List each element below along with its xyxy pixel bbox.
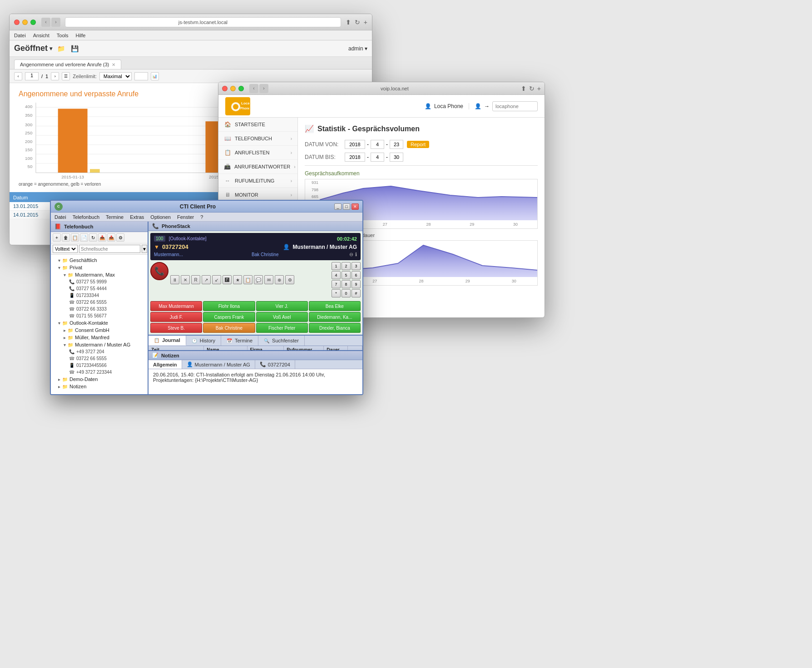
datum-bis-year[interactable] bbox=[345, 153, 365, 162]
journal-tab-suchfenster[interactable]: 🔍 Suchfenster bbox=[258, 336, 305, 346]
cti-minimize-btn[interactable]: _ bbox=[334, 203, 342, 210]
cti-menu-termine[interactable]: Termine bbox=[106, 214, 124, 220]
voip-minimize-btn[interactable] bbox=[230, 86, 236, 91]
journal-tab-journal[interactable]: 📋 Journal bbox=[149, 336, 186, 346]
journal-tab-termine[interactable]: 📅 Termine bbox=[221, 336, 258, 346]
notizen-tab-2[interactable]: 📞03727204 bbox=[255, 360, 295, 369]
cti-menu-telefonbuch[interactable]: Telefonbuch bbox=[73, 214, 99, 220]
np-2[interactable]: 2 bbox=[342, 262, 351, 270]
tree-item[interactable]: 📞03727 55 9999 bbox=[51, 278, 148, 285]
tree-item[interactable]: ☎+49 3727 223344 bbox=[51, 369, 148, 376]
np-6[interactable]: 6 bbox=[352, 271, 361, 279]
np-3[interactable]: 3 bbox=[352, 262, 361, 270]
tb-paste-btn[interactable]: 📄 bbox=[80, 233, 88, 242]
datum-von-month[interactable] bbox=[371, 140, 384, 149]
park-btn[interactable]: 🅿 bbox=[223, 275, 232, 284]
blf-btn-4[interactable]: Judi F. bbox=[150, 312, 202, 322]
cti-menu-optionen[interactable]: Optionen bbox=[150, 214, 171, 220]
blf-btn-6[interactable]: Voß Axel bbox=[256, 312, 308, 322]
search-type-select[interactable]: Volltext bbox=[53, 245, 78, 253]
voip-nav-item-1[interactable]: 📖 TELEFONBUCH › bbox=[218, 132, 297, 146]
blf-btn-7[interactable]: Diedemann, Ka... bbox=[309, 312, 361, 322]
tree-item[interactable]: 📱017233344 bbox=[51, 292, 148, 299]
cti-close-btn[interactable]: ✕ bbox=[352, 203, 359, 210]
tab-close-icon[interactable]: ✕ bbox=[112, 62, 115, 67]
voip-login-input[interactable] bbox=[492, 101, 538, 111]
close-btn[interactable] bbox=[14, 20, 20, 25]
app-title[interactable]: Geöffnet ▾ bbox=[14, 44, 52, 53]
voip-nav-item-0[interactable]: 🏠 STARTSEITE bbox=[218, 118, 297, 132]
np-4[interactable]: 4 bbox=[332, 271, 341, 279]
pag-export-btn[interactable]: 📊 bbox=[151, 72, 159, 80]
blf-btn-11[interactable]: Drexler, Bianca bbox=[309, 323, 361, 333]
np-8[interactable]: 8 bbox=[342, 280, 351, 288]
voip-url-text[interactable]: voip.loca.net bbox=[268, 86, 521, 91]
tb-refresh-btn[interactable]: ↻ bbox=[89, 233, 97, 242]
tree-item[interactable]: 📱017233445566 bbox=[51, 362, 148, 369]
minimize-btn[interactable] bbox=[22, 20, 28, 25]
journal-btn[interactable]: 📋 bbox=[243, 275, 253, 284]
call-info-btn[interactable]: ℹ bbox=[355, 252, 357, 257]
voip-back-btn[interactable]: ‹ bbox=[249, 84, 258, 93]
tree-item[interactable]: ▸ 📁Notizen bbox=[51, 383, 148, 390]
tree-item[interactable]: ☎03722 66 5555 bbox=[51, 299, 148, 306]
tree-item[interactable]: ▸ 📁Consent GmbH bbox=[51, 327, 148, 334]
voip-nav-item-2[interactable]: 📋 ANRUFLISTEN › bbox=[218, 146, 297, 160]
chat-btn[interactable]: 💬 bbox=[254, 275, 263, 284]
cti-menu-datei[interactable]: Datei bbox=[54, 214, 66, 220]
menu-hilfe[interactable]: Hilfe bbox=[75, 33, 85, 38]
pag-extra-input[interactable] bbox=[134, 72, 148, 80]
zeilenlimit-select[interactable]: Maximal bbox=[99, 72, 132, 80]
tree-item[interactable]: ▾ 📁Outlook-Kontakte bbox=[51, 319, 148, 327]
search-input[interactable] bbox=[79, 245, 140, 253]
voip-maximize-btn[interactable] bbox=[238, 86, 244, 91]
settings2-btn[interactable]: ⚙ bbox=[285, 275, 294, 284]
tree-item[interactable]: ▾ 📁Mustermann, Max bbox=[51, 271, 148, 278]
voip-forward-btn[interactable]: › bbox=[259, 84, 268, 93]
report-btn[interactable]: Report bbox=[407, 141, 429, 148]
tree-item[interactable]: ☎03722 66 5555 bbox=[51, 355, 148, 362]
tb-import-btn[interactable]: 📥 bbox=[98, 233, 106, 242]
tb-settings-btn[interactable]: ⚙ bbox=[116, 233, 124, 242]
voip-close-btn[interactable] bbox=[222, 86, 228, 91]
tree-item[interactable]: 📞+49 3727 204 bbox=[51, 348, 148, 355]
voip-nav-item-4[interactable]: ↔ RUFUMLEITUNG › bbox=[218, 174, 297, 188]
tree-item[interactable]: ▾ 📁Mustermann / Muster AG bbox=[51, 341, 148, 348]
add-tab-icon[interactable]: + bbox=[364, 19, 367, 26]
url-bar[interactable]: js-testvm.locanet.local bbox=[65, 17, 341, 27]
folder-icon[interactable]: 📁 bbox=[56, 44, 66, 54]
np-5[interactable]: 5 bbox=[342, 271, 351, 279]
tree-item[interactable]: ☎03722 66 3333 bbox=[51, 306, 148, 312]
cti-menu-fenster[interactable]: Fenster bbox=[177, 214, 194, 220]
call-minus-btn[interactable]: ⊖ bbox=[349, 252, 353, 257]
hangup-btn[interactable]: ✕ bbox=[181, 275, 190, 284]
np-9[interactable]: 9 bbox=[352, 280, 361, 288]
blf-btn-10[interactable]: Fischer Peter bbox=[256, 323, 308, 333]
email-btn[interactable]: ✉ bbox=[264, 275, 273, 284]
datum-bis-day[interactable] bbox=[390, 153, 403, 162]
journal-tab-history[interactable]: 🕐 History bbox=[186, 336, 221, 346]
tree-item[interactable]: ▸ 📁Demo-Daten bbox=[51, 376, 148, 383]
cti-restore-btn[interactable]: □ bbox=[343, 203, 350, 210]
notizen-tab-1[interactable]: 👤Mustermann / Muster AG bbox=[182, 360, 255, 369]
forward-btn[interactable]: › bbox=[51, 18, 60, 27]
blf-btn-3[interactable]: Bea Elke bbox=[309, 301, 361, 311]
transfer-btn[interactable]: ↗ bbox=[202, 275, 211, 284]
pag-current-input[interactable]: 1 bbox=[25, 72, 39, 80]
misc-btn[interactable]: ⊕ bbox=[275, 275, 284, 284]
tree-item[interactable]: ▾ 📁Privat bbox=[51, 264, 148, 271]
back-btn[interactable]: ‹ bbox=[41, 18, 50, 27]
tree-item[interactable]: ☎0171 55 56677 bbox=[51, 312, 148, 319]
hold-btn[interactable]: ⏸ bbox=[170, 275, 179, 284]
menu-ansicht[interactable]: Ansicht bbox=[33, 33, 50, 38]
share-icon[interactable]: ⬆ bbox=[346, 19, 351, 26]
np-hash[interactable]: # bbox=[352, 289, 361, 297]
pag-next-btn[interactable]: › bbox=[51, 72, 59, 80]
datum-von-day[interactable] bbox=[390, 140, 403, 149]
voip-share-icon[interactable]: ⬆ bbox=[521, 85, 526, 92]
cti-menu-?[interactable]: ? bbox=[200, 214, 203, 220]
tree-item[interactable]: ▸ 📁Müller, Manfred bbox=[51, 334, 148, 341]
tree-item[interactable]: ▾ 📁Geschäftlich bbox=[51, 257, 148, 264]
maximize-btn[interactable] bbox=[30, 20, 36, 25]
blf-btn-2[interactable]: Vier J. bbox=[256, 301, 308, 311]
